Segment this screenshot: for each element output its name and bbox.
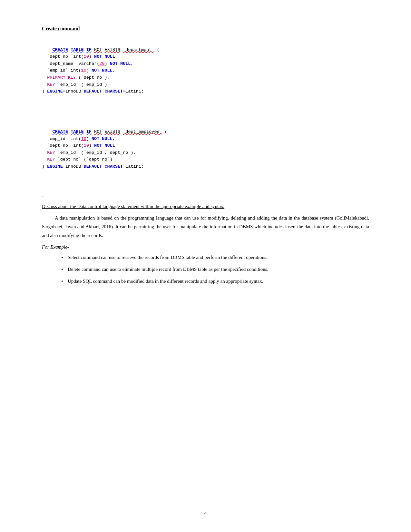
kw-not-null-3: NOT NULL xyxy=(92,68,113,73)
separator-line: - xyxy=(42,193,369,199)
kw-default-1: DEFAULT xyxy=(84,89,102,94)
num-1: 10 xyxy=(84,54,89,59)
list-item: Update SQL command can be modified data … xyxy=(61,277,369,286)
list-item: Select command can use to retrieve the r… xyxy=(61,253,369,262)
page: Create command CREATE TABLE IF NOT EXIST… xyxy=(0,0,411,532)
kw-charset-1: CHARSET xyxy=(104,89,123,94)
kw-exists-1: EXISTS xyxy=(104,47,120,52)
kw-engine-2: ENGINE xyxy=(47,164,63,169)
kw-default-2: DEFAULT xyxy=(84,164,102,169)
kw-if-2: IF xyxy=(86,129,92,134)
code-block-1: CREATE TABLE IF NOT EXISTS `department` … xyxy=(42,36,369,105)
kw-engine-1: ENGINE xyxy=(47,89,63,94)
dcl-heading: Discuss about the Data control language … xyxy=(42,204,369,209)
kw-not-null-4: NOT NULL xyxy=(92,136,113,141)
kw-create-2: CREATE xyxy=(52,129,68,134)
kw-not-null-1: NOT NULL xyxy=(94,54,115,59)
kw-if-1: IF xyxy=(86,47,92,52)
kw-key-1: KEY xyxy=(47,82,55,87)
kw-not-1: NOT xyxy=(94,47,102,52)
body-paragraph: A data manipulation is based on the prog… xyxy=(42,214,369,240)
for-example-label: For Example- xyxy=(42,244,369,250)
table-name-2: `dept_employee` xyxy=(123,129,162,134)
list-item: Delete command can use to eliminate mult… xyxy=(61,265,369,274)
kw-key-2: KEY xyxy=(47,150,55,155)
kw-not-null-2: NOT NULL xyxy=(110,61,131,66)
num-3: 10 xyxy=(81,68,86,73)
kw-table-1: TABLE xyxy=(71,47,84,52)
bullet-list: Select command can use to retrieve the r… xyxy=(42,253,369,286)
code-block-2: CREATE TABLE IF NOT EXISTS `dept_employe… xyxy=(42,118,369,180)
kw-primary: PRIMARY KEY xyxy=(47,75,76,80)
kw-key-3: KEY xyxy=(47,157,55,162)
kw-create-1: CREATE xyxy=(52,47,68,52)
kw-exists-2: EXISTS xyxy=(104,129,120,134)
num-2: 20 xyxy=(99,61,104,66)
table-name-1: `department` xyxy=(123,47,154,52)
page-number: 4 xyxy=(0,510,411,516)
num-4: 10 xyxy=(81,136,86,141)
kw-table-2: TABLE xyxy=(71,129,84,134)
kw-charset-2: CHARSET xyxy=(104,164,123,169)
kw-not-null-5: NOT NULL xyxy=(94,143,115,148)
kw-not-2: NOT xyxy=(94,129,102,134)
create-command-heading: Create command xyxy=(42,26,369,32)
num-5: 10 xyxy=(84,143,89,148)
